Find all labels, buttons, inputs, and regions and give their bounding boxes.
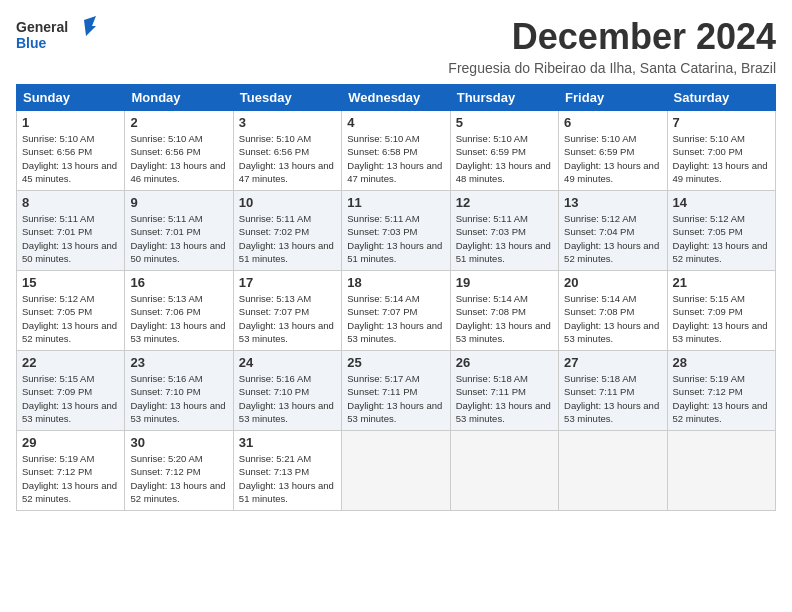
day-info: Sunrise: 5:20 AMSunset: 7:12 PMDaylight:… [130, 452, 227, 505]
day-number: 5 [456, 115, 553, 130]
day-number: 14 [673, 195, 770, 210]
day-number: 30 [130, 435, 227, 450]
table-row: 25 Sunrise: 5:17 AMSunset: 7:11 PMDaylig… [342, 351, 450, 431]
day-info: Sunrise: 5:14 AMSunset: 7:08 PMDaylight:… [564, 292, 661, 345]
day-number: 2 [130, 115, 227, 130]
day-number: 4 [347, 115, 444, 130]
header-sunday: Sunday [17, 85, 125, 111]
day-info: Sunrise: 5:15 AMSunset: 7:09 PMDaylight:… [673, 292, 770, 345]
day-info: Sunrise: 5:15 AMSunset: 7:09 PMDaylight:… [22, 372, 119, 425]
day-info: Sunrise: 5:13 AMSunset: 7:06 PMDaylight:… [130, 292, 227, 345]
day-info: Sunrise: 5:12 AMSunset: 7:05 PMDaylight:… [673, 212, 770, 265]
header-monday: Monday [125, 85, 233, 111]
day-info: Sunrise: 5:10 AMSunset: 6:56 PMDaylight:… [22, 132, 119, 185]
table-row: 22 Sunrise: 5:15 AMSunset: 7:09 PMDaylig… [17, 351, 125, 431]
day-number: 6 [564, 115, 661, 130]
header: General Blue December 2024 Freguesia do … [16, 16, 776, 76]
header-saturday: Saturday [667, 85, 775, 111]
svg-text:Blue: Blue [16, 35, 47, 51]
table-row [342, 431, 450, 511]
day-info: Sunrise: 5:10 AMSunset: 6:58 PMDaylight:… [347, 132, 444, 185]
day-number: 25 [347, 355, 444, 370]
day-number: 28 [673, 355, 770, 370]
title-section: December 2024 Freguesia do Ribeirao da I… [448, 16, 776, 76]
day-info: Sunrise: 5:18 AMSunset: 7:11 PMDaylight:… [564, 372, 661, 425]
table-row: 28 Sunrise: 5:19 AMSunset: 7:12 PMDaylig… [667, 351, 775, 431]
table-row: 2 Sunrise: 5:10 AMSunset: 6:56 PMDayligh… [125, 111, 233, 191]
table-row: 16 Sunrise: 5:13 AMSunset: 7:06 PMDaylig… [125, 271, 233, 351]
day-info: Sunrise: 5:16 AMSunset: 7:10 PMDaylight:… [130, 372, 227, 425]
table-row [450, 431, 558, 511]
day-number: 23 [130, 355, 227, 370]
day-number: 11 [347, 195, 444, 210]
header-tuesday: Tuesday [233, 85, 341, 111]
day-number: 17 [239, 275, 336, 290]
table-row [667, 431, 775, 511]
table-row: 31 Sunrise: 5:21 AMSunset: 7:13 PMDaylig… [233, 431, 341, 511]
day-info: Sunrise: 5:16 AMSunset: 7:10 PMDaylight:… [239, 372, 336, 425]
day-number: 24 [239, 355, 336, 370]
day-number: 9 [130, 195, 227, 210]
day-number: 13 [564, 195, 661, 210]
day-number: 18 [347, 275, 444, 290]
table-row: 19 Sunrise: 5:14 AMSunset: 7:08 PMDaylig… [450, 271, 558, 351]
day-number: 31 [239, 435, 336, 450]
table-row: 8 Sunrise: 5:11 AMSunset: 7:01 PMDayligh… [17, 191, 125, 271]
table-row: 10 Sunrise: 5:11 AMSunset: 7:02 PMDaylig… [233, 191, 341, 271]
logo-icon: General Blue [16, 16, 96, 56]
day-info: Sunrise: 5:14 AMSunset: 7:08 PMDaylight:… [456, 292, 553, 345]
day-info: Sunrise: 5:10 AMSunset: 6:56 PMDaylight:… [239, 132, 336, 185]
day-number: 26 [456, 355, 553, 370]
table-row: 6 Sunrise: 5:10 AMSunset: 6:59 PMDayligh… [559, 111, 667, 191]
day-info: Sunrise: 5:11 AMSunset: 7:02 PMDaylight:… [239, 212, 336, 265]
day-info: Sunrise: 5:10 AMSunset: 6:59 PMDaylight:… [456, 132, 553, 185]
day-number: 21 [673, 275, 770, 290]
table-row: 3 Sunrise: 5:10 AMSunset: 6:56 PMDayligh… [233, 111, 341, 191]
table-row: 13 Sunrise: 5:12 AMSunset: 7:04 PMDaylig… [559, 191, 667, 271]
table-row: 26 Sunrise: 5:18 AMSunset: 7:11 PMDaylig… [450, 351, 558, 431]
day-number: 10 [239, 195, 336, 210]
day-number: 1 [22, 115, 119, 130]
table-row: 30 Sunrise: 5:20 AMSunset: 7:12 PMDaylig… [125, 431, 233, 511]
location-title: Freguesia do Ribeirao da Ilha, Santa Cat… [448, 60, 776, 76]
day-number: 15 [22, 275, 119, 290]
calendar-week-row: 15 Sunrise: 5:12 AMSunset: 7:05 PMDaylig… [17, 271, 776, 351]
day-info: Sunrise: 5:19 AMSunset: 7:12 PMDaylight:… [673, 372, 770, 425]
header-friday: Friday [559, 85, 667, 111]
table-row: 27 Sunrise: 5:18 AMSunset: 7:11 PMDaylig… [559, 351, 667, 431]
day-info: Sunrise: 5:19 AMSunset: 7:12 PMDaylight:… [22, 452, 119, 505]
day-number: 27 [564, 355, 661, 370]
day-number: 12 [456, 195, 553, 210]
table-row: 21 Sunrise: 5:15 AMSunset: 7:09 PMDaylig… [667, 271, 775, 351]
table-row: 9 Sunrise: 5:11 AMSunset: 7:01 PMDayligh… [125, 191, 233, 271]
calendar-week-row: 29 Sunrise: 5:19 AMSunset: 7:12 PMDaylig… [17, 431, 776, 511]
table-row: 24 Sunrise: 5:16 AMSunset: 7:10 PMDaylig… [233, 351, 341, 431]
day-info: Sunrise: 5:11 AMSunset: 7:03 PMDaylight:… [347, 212, 444, 265]
day-number: 19 [456, 275, 553, 290]
table-row: 1 Sunrise: 5:10 AMSunset: 6:56 PMDayligh… [17, 111, 125, 191]
table-row: 15 Sunrise: 5:12 AMSunset: 7:05 PMDaylig… [17, 271, 125, 351]
day-info: Sunrise: 5:11 AMSunset: 7:03 PMDaylight:… [456, 212, 553, 265]
day-number: 7 [673, 115, 770, 130]
day-info: Sunrise: 5:18 AMSunset: 7:11 PMDaylight:… [456, 372, 553, 425]
day-info: Sunrise: 5:17 AMSunset: 7:11 PMDaylight:… [347, 372, 444, 425]
month-title: December 2024 [448, 16, 776, 58]
table-row: 14 Sunrise: 5:12 AMSunset: 7:05 PMDaylig… [667, 191, 775, 271]
day-info: Sunrise: 5:21 AMSunset: 7:13 PMDaylight:… [239, 452, 336, 505]
table-row: 11 Sunrise: 5:11 AMSunset: 7:03 PMDaylig… [342, 191, 450, 271]
day-number: 3 [239, 115, 336, 130]
day-number: 22 [22, 355, 119, 370]
day-info: Sunrise: 5:12 AMSunset: 7:05 PMDaylight:… [22, 292, 119, 345]
table-row: 4 Sunrise: 5:10 AMSunset: 6:58 PMDayligh… [342, 111, 450, 191]
table-row: 7 Sunrise: 5:10 AMSunset: 7:00 PMDayligh… [667, 111, 775, 191]
day-info: Sunrise: 5:11 AMSunset: 7:01 PMDaylight:… [22, 212, 119, 265]
calendar-week-row: 22 Sunrise: 5:15 AMSunset: 7:09 PMDaylig… [17, 351, 776, 431]
calendar-week-row: 1 Sunrise: 5:10 AMSunset: 6:56 PMDayligh… [17, 111, 776, 191]
table-row: 5 Sunrise: 5:10 AMSunset: 6:59 PMDayligh… [450, 111, 558, 191]
table-row: 18 Sunrise: 5:14 AMSunset: 7:07 PMDaylig… [342, 271, 450, 351]
logo: General Blue [16, 16, 96, 56]
svg-marker-2 [84, 16, 96, 36]
header-wednesday: Wednesday [342, 85, 450, 111]
table-row: 12 Sunrise: 5:11 AMSunset: 7:03 PMDaylig… [450, 191, 558, 271]
day-number: 29 [22, 435, 119, 450]
